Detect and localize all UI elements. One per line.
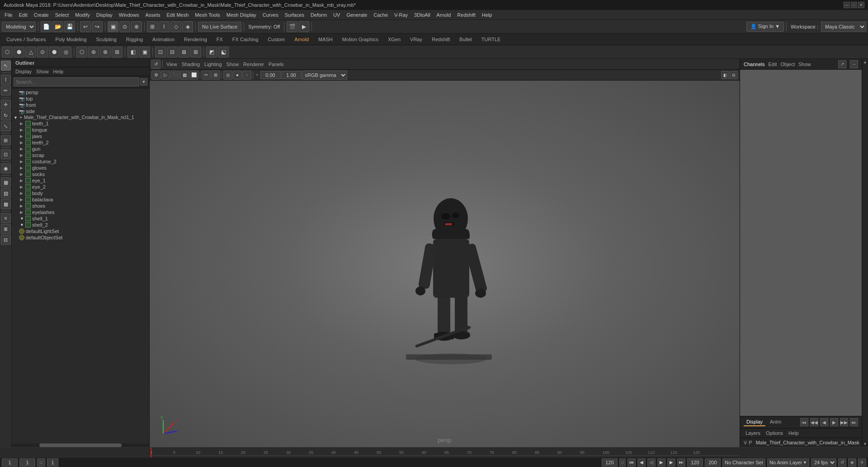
render-settings-button[interactable]: 🎬 — [287, 21, 297, 32]
tab-turtle[interactable]: TURTLE — [477, 35, 505, 44]
vp-menu-shading[interactable]: Shading — [180, 60, 202, 69]
tb2-btn10[interactable]: ⊞ — [112, 47, 123, 57]
menu-help[interactable]: Help — [479, 11, 495, 19]
anim-pref-button[interactable]: ↺ — [838, 458, 846, 467]
tab-motion-graphics[interactable]: Motion Graphics — [338, 35, 383, 44]
range3-input[interactable] — [705, 458, 721, 467]
mode-dropdown[interactable]: Modeling — [2, 22, 36, 32]
outliner-search-input[interactable] — [14, 77, 139, 86]
tree-item-gloves[interactable]: ▶ gloves — [12, 165, 149, 171]
vp-icon9[interactable]: ● — [233, 71, 242, 80]
menu-deform[interactable]: Deform — [308, 11, 330, 19]
rp-layers-option[interactable]: Layers — [744, 429, 762, 437]
tb2-btn3[interactable]: △ — [25, 47, 36, 57]
paint-select-button[interactable]: ⊕ — [131, 21, 142, 32]
rp-help-option[interactable]: Help — [787, 429, 801, 437]
tree-item-eye1[interactable]: ▶ eye_1 — [12, 177, 149, 184]
rp-bottom-display-tab[interactable]: Display — [744, 418, 765, 426]
tab-rendering[interactable]: Rendering — [179, 35, 212, 44]
close-button[interactable]: ✕ — [858, 2, 864, 8]
step-back-button[interactable]: ◀ — [637, 458, 646, 467]
lt-move-button[interactable]: ✛ — [1, 100, 11, 110]
menu-3dtoall[interactable]: 3DtoAll — [411, 11, 433, 19]
tb2-btn14[interactable]: ⊟ — [167, 47, 178, 57]
snap-to-curve-button[interactable]: ⌇ — [159, 21, 170, 32]
rp-detach-button[interactable]: ↗ — [838, 60, 846, 68]
step-forward-button[interactable]: ▶ — [667, 458, 675, 467]
tree-item-shell1[interactable]: ▼ shell_1 — [12, 215, 149, 222]
tb2-btn2[interactable]: ⬢ — [14, 47, 24, 57]
rp-nav-prev2[interactable]: ◀◀ — [810, 418, 818, 426]
menu-select[interactable]: Select — [52, 11, 72, 19]
menu-windows[interactable]: Windows — [116, 11, 142, 19]
lt-lasso-button[interactable]: ⌇ — [1, 75, 11, 85]
vp-icon3[interactable]: ⬛ — [170, 71, 179, 80]
vp-gamma-dropdown[interactable]: sRGB gamma — [302, 71, 347, 80]
tree-item-eyelashes[interactable]: ▶ eyelashes — [12, 209, 149, 215]
viewport-content[interactable]: persp X Z Y — [150, 81, 740, 447]
vp-menu-show[interactable]: Show — [225, 60, 241, 69]
tb2-btn5[interactable]: ⬟ — [49, 47, 60, 57]
play-start-button[interactable]: ⏮ — [627, 458, 636, 467]
save-scene-button[interactable]: 💾 — [64, 21, 75, 32]
tab-fx[interactable]: FX — [212, 35, 227, 44]
vp-gamma-input[interactable] — [281, 71, 302, 79]
tb2-btn6[interactable]: ◎ — [61, 47, 71, 57]
rp-nav-prev[interactable]: ◀ — [820, 418, 828, 426]
outliner-hscrollbar[interactable] — [39, 443, 122, 447]
tb2-btn12[interactable]: ▣ — [139, 47, 150, 57]
rp-layer-p[interactable]: P — [749, 440, 752, 445]
fps-dropdown[interactable]: 24 fps — [811, 458, 836, 467]
select-tool-button[interactable]: ▣ — [108, 21, 118, 32]
tb2-btn8[interactable]: ⊛ — [88, 47, 99, 57]
vp-menu-lighting[interactable]: Lighting — [203, 60, 224, 69]
render-button[interactable]: ▶ — [298, 21, 309, 32]
rp-channels-tab[interactable]: Channels — [744, 62, 764, 67]
lt-outliner-button[interactable]: ⊟ — [1, 235, 11, 245]
lt-grid-button[interactable]: ▦ — [1, 177, 11, 187]
lt-select-button[interactable]: ↖ — [1, 61, 11, 71]
tree-item-scrap[interactable]: ▶ scrap — [12, 152, 149, 158]
lt-snap-button[interactable]: ⊡ — [1, 149, 11, 159]
redo-button[interactable]: ↪ — [92, 21, 103, 32]
workspace-dropdown[interactable]: Maya Classic — [821, 22, 866, 32]
tree-item-teeth2[interactable]: ▶ teeth_2 — [12, 139, 149, 146]
snap-to-grid-button[interactable]: ⊞ — [147, 21, 158, 32]
rp-nav-play[interactable]: ▶ — [830, 418, 838, 426]
vp-refresh-button[interactable]: ↺ — [151, 60, 160, 69]
new-scene-button[interactable]: 📄 — [41, 21, 52, 32]
lt-wireframe-button[interactable]: ▧ — [1, 188, 11, 198]
tab-vray[interactable]: VRay — [406, 35, 427, 44]
lt-universal-button[interactable]: ⊞ — [1, 135, 11, 145]
tree-item-main-group[interactable]: ▼ ✦ Male_Thief_Character_with_Crowbar_in… — [12, 114, 149, 120]
tree-item-side[interactable]: 📷 side — [12, 108, 149, 114]
menu-file[interactable]: File — [2, 11, 15, 19]
rp-show-tab[interactable]: Show — [798, 62, 811, 67]
menu-surfaces[interactable]: Surfaces — [282, 11, 307, 19]
tb2-btn13[interactable]: ⊡ — [155, 47, 166, 57]
range2-input[interactable] — [687, 458, 703, 467]
menu-editmesh[interactable]: Edit Mesh — [164, 11, 191, 19]
tree-item-socks[interactable]: ▶ socks — [12, 171, 149, 177]
vp-icon8[interactable]: ◎ — [223, 71, 232, 80]
tab-xgen[interactable]: XGen — [383, 35, 405, 44]
maximize-button[interactable]: □ — [851, 2, 857, 8]
rp-nav-first[interactable]: ⏮ — [800, 418, 808, 426]
rp-nav-next[interactable]: ▶▶ — [840, 418, 848, 426]
tree-item-defaultlightset[interactable]: defaultLightSet — [12, 228, 149, 234]
rp-layer-v[interactable]: V — [744, 440, 747, 445]
tab-animation[interactable]: Animation — [148, 35, 179, 44]
vp-menu-view[interactable]: View — [165, 60, 179, 69]
lt-paint-button[interactable]: ✏ — [1, 86, 11, 95]
vp-icon6[interactable]: ✂ — [202, 71, 211, 80]
no-anim-layer-dropdown[interactable]: No Anim Layer▼ — [767, 458, 809, 467]
tree-item-persp[interactable]: 📷 persp — [12, 89, 149, 95]
menu-curves[interactable]: Curves — [260, 11, 281, 19]
tab-redshift[interactable]: Redshift — [427, 35, 454, 44]
rp-options-option[interactable]: Options — [764, 429, 785, 437]
vp-icon7[interactable]: ⊞ — [211, 71, 220, 80]
menu-assets[interactable]: Assets — [142, 11, 163, 19]
tb2-btn11[interactable]: ◧ — [127, 47, 138, 57]
lt-rotate-button[interactable]: ↻ — [1, 110, 11, 120]
open-scene-button[interactable]: 📂 — [52, 21, 63, 32]
